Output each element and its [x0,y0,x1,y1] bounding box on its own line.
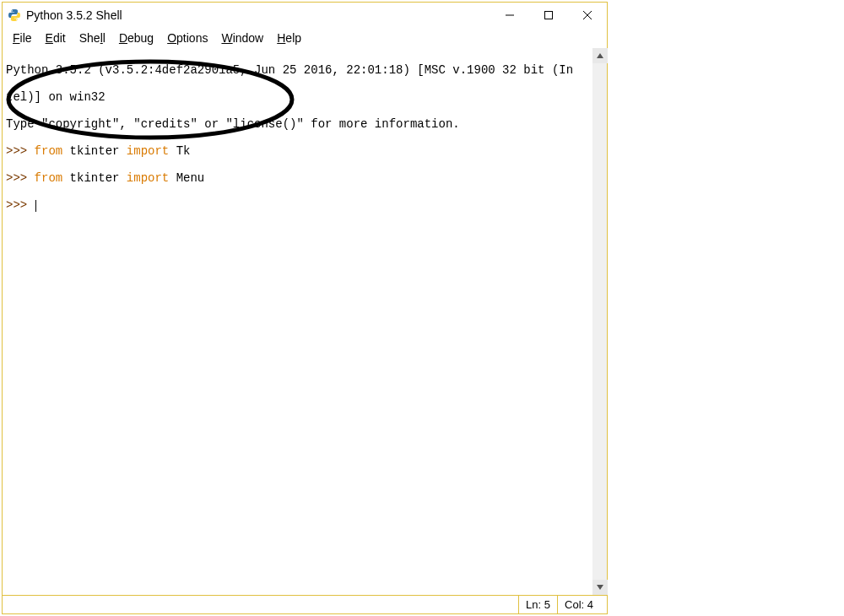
banner-line: tel)] on win32 [6,90,603,104]
prompt-line: >>> [6,198,603,212]
prompt: >>> [6,198,35,212]
maximize-button[interactable] [529,3,568,28]
menu-help[interactable]: Help [270,30,308,46]
scroll-down-button[interactable] [592,580,608,595]
statusbar: Ln: 5 Col: 4 [3,595,607,613]
menubar: File Edit Shell Debug Options Window Hel… [3,28,607,48]
titlebar[interactable]: Python 3.5.2 Shell [3,3,607,28]
menu-window[interactable]: Window [214,30,270,46]
svg-rect-3 [545,12,553,19]
prompt: >>> [6,171,35,185]
menu-file[interactable]: File [6,30,39,46]
close-button[interactable] [568,3,607,28]
keyword: import [127,171,169,185]
keyword: from [35,171,63,185]
code-line: >>> from tkinter import Tk [6,144,603,158]
keyword: from [35,144,63,158]
scroll-up-button[interactable] [592,48,608,63]
code-line: >>> from tkinter import Menu [6,171,603,185]
minimize-button[interactable] [490,3,529,28]
svg-point-0 [12,10,13,11]
menu-debug[interactable]: Debug [112,30,160,46]
svg-marker-7 [597,585,603,590]
menu-shell[interactable]: Shell [73,30,112,46]
status-line: Ln: 5 [518,596,557,613]
menu-edit[interactable]: Edit [39,30,73,46]
vertical-scrollbar[interactable] [592,48,607,595]
banner-line: Type "copyright", "credits" or "license(… [6,117,603,131]
text-cursor [35,200,36,212]
banner-line: Python 3.5.2 (v3.5.2:4def2a2901a5, Jun 2… [6,63,603,77]
prompt: >>> [6,144,35,158]
python-icon [8,8,21,22]
keyword: import [127,144,169,158]
svg-point-1 [16,19,17,20]
window-title: Python 3.5.2 Shell [26,8,490,22]
menu-options[interactable]: Options [160,30,214,46]
shell-content[interactable]: Python 3.5.2 (v3.5.2:4def2a2901a5, Jun 2… [3,48,607,595]
python-shell-window: Python 3.5.2 Shell File Edit Shell Debug… [2,2,608,614]
status-col: Col: 4 [557,596,600,613]
window-controls [490,3,607,28]
svg-marker-6 [597,53,603,58]
